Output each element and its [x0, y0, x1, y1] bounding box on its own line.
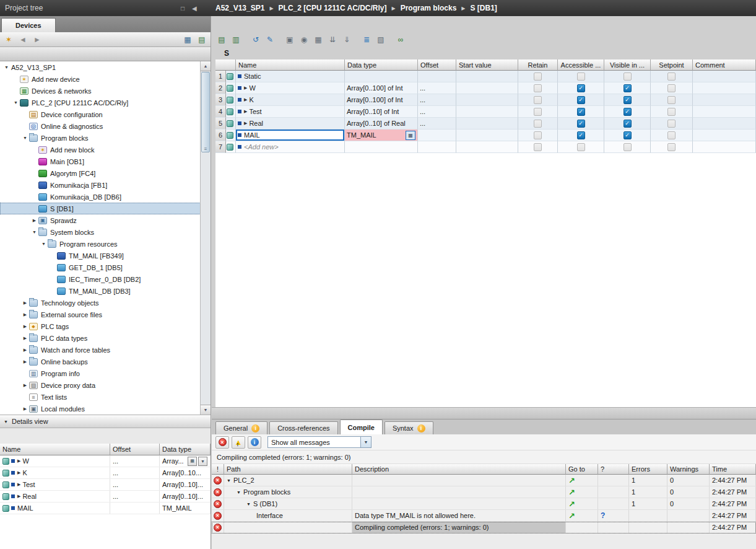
expander-closed-icon[interactable]: ▶	[244, 121, 247, 126]
tree-item-device-configuration[interactable]: Device configuration	[0, 108, 211, 120]
retain-checkbox[interactable]	[534, 131, 542, 139]
tree-item-sprawdz[interactable]: ▶Sprawdz	[0, 214, 211, 226]
expander-open-icon[interactable]: ▼	[30, 230, 38, 234]
tree-item-tm-mail-db-db3[interactable]: TM_MAIL_DB [DB3]	[0, 285, 211, 297]
accessible-checkbox[interactable]	[577, 131, 585, 139]
start-value-cell[interactable]	[456, 71, 518, 82]
goto-arrow-icon[interactable]: ↗	[568, 488, 575, 497]
expander-open-icon[interactable]: ▼	[21, 136, 29, 140]
editor-row-static[interactable]: 1Static	[215, 71, 756, 82]
column-header-start-value[interactable]: Start value	[456, 59, 518, 71]
settings-icon[interactable]: ▧	[375, 34, 387, 45]
name-cell[interactable]: ▶Real	[236, 118, 345, 130]
expander-open-icon[interactable]: ▼	[40, 242, 48, 246]
add-row-icon[interactable]: ▥	[230, 34, 242, 45]
copy-to-start-values-icon[interactable]: ⇊	[326, 34, 339, 45]
breadcrumb-item-program-blocks[interactable]: Program blocks	[401, 4, 457, 12]
column-header-warnings[interactable]: Warnings	[667, 464, 710, 475]
column-header-name[interactable]: Name	[0, 444, 110, 455]
insert-row-icon[interactable]: ▤	[215, 34, 228, 45]
column-header-blank[interactable]: ?	[598, 464, 629, 475]
editor-row-test[interactable]: 4▶TestArray[0..10] of Int...	[215, 106, 756, 118]
expander-closed-icon[interactable]: ▶	[17, 470, 20, 475]
expander-closed-icon[interactable]: ▶	[21, 324, 29, 329]
tree-item-local-modules[interactable]: ▶Local modules	[0, 403, 211, 415]
type-dropdown-button[interactable]: ▼	[198, 457, 207, 466]
column-header-retain[interactable]: Retain	[518, 59, 558, 71]
tree-item-device-proxy-data[interactable]: ▶Device proxy data	[0, 379, 211, 391]
details-view-header[interactable]: ▼ Details view	[0, 415, 211, 428]
expander-open-icon[interactable]: ▼	[227, 478, 231, 483]
tree-item-iec-timer-0-db-db2[interactable]: IEC_Timer_0_DB [DB2]	[0, 273, 211, 285]
message-row-program-blocks[interactable]: ×▼Program blocks↗102:44:27 PM	[212, 486, 756, 498]
type-picker-button[interactable]: ▦	[188, 457, 197, 466]
start-value-cell[interactable]	[456, 130, 518, 141]
visible-checkbox[interactable]	[623, 131, 632, 139]
expander-closed-icon[interactable]: ▶	[17, 494, 20, 499]
expand-all-members-icon[interactable]: ≣	[360, 34, 373, 45]
tree-item-komunikacja-db-db6[interactable]: Komunikacja_DB [DB6]	[0, 191, 211, 203]
tree-item-add-new-block[interactable]: Add new block	[0, 144, 211, 156]
load-start-values-icon[interactable]: ⇓	[341, 34, 353, 45]
accessible-checkbox[interactable]	[577, 84, 585, 92]
tree-item-get-db-1-db5[interactable]: GET_DB_1 [DB5]	[0, 261, 211, 273]
name-cell[interactable]: ▶K	[236, 94, 345, 106]
new-object-icon[interactable]: ✶	[2, 34, 15, 45]
tree-item-online-diagnostics[interactable]: Online & diagnostics	[0, 120, 211, 132]
tree-scrollbar[interactable]: ▲ ▼	[200, 61, 211, 415]
collapse-section-icon[interactable]: ▼	[4, 419, 8, 424]
editor-row-mail[interactable]: 6MAILTM_MAIL▦	[215, 130, 756, 141]
reset-start-values-icon[interactable]: ↺	[250, 34, 262, 45]
expander-closed-icon[interactable]: ▶	[21, 383, 29, 388]
filter-warnings-button[interactable]: ▲!	[232, 436, 245, 449]
visible-checkbox[interactable]	[623, 84, 632, 92]
tree-item-technology-objects[interactable]: ▶Technology objects	[0, 297, 211, 309]
column-header-go-to[interactable]: Go to	[566, 464, 598, 475]
visible-checkbox[interactable]	[623, 96, 632, 104]
accessible-checkbox[interactable]	[577, 96, 585, 104]
update-interface-icon[interactable]: ✎	[264, 34, 276, 45]
tree-item-devices-networks[interactable]: Devices & networks	[0, 85, 211, 97]
tree-item-external-source-files[interactable]: ▶External source files	[0, 309, 211, 320]
tree-item-tm-mail-fb349[interactable]: TM_MAIL [FB349]	[0, 250, 211, 261]
column-header-comment[interactable]: Comment	[693, 59, 756, 71]
filter-errors-button[interactable]: ×	[215, 436, 229, 449]
tree-item-plc-tags[interactable]: ▶PLC tags	[0, 320, 211, 332]
details-row-test[interactable]: ▶Test...Array[0..10]...	[0, 479, 211, 491]
details-row-k[interactable]: ▶K...Array[0..10...	[0, 467, 211, 479]
breadcrumb-item-s-db1[interactable]: S [DB1]	[471, 4, 497, 12]
expander-closed-icon[interactable]: ▶	[21, 348, 29, 353]
expander-closed-icon[interactable]: ▶	[21, 312, 29, 317]
tree-item-plc-2-cpu-1211c-ac-dc-rly[interactable]: ▼PLC_2 [CPU 1211C AC/DC/Rly]	[0, 97, 211, 108]
comment-cell[interactable]	[693, 94, 756, 106]
column-header-name[interactable]: Name	[236, 59, 345, 71]
visible-checkbox[interactable]	[623, 72, 632, 81]
column-header-offset[interactable]: Offset	[418, 59, 456, 71]
datatype-cell[interactable]	[345, 141, 418, 153]
details-row-w[interactable]: ▶W...Array...▦▼	[0, 455, 211, 467]
expander-closed-icon[interactable]: ▶	[21, 406, 29, 411]
column-header-data-type[interactable]: Data type	[160, 444, 211, 455]
tab-general[interactable]: Generali	[215, 421, 267, 434]
scroll-down-icon[interactable]: ▼	[201, 405, 211, 415]
column-header-path[interactable]: Path	[224, 464, 352, 475]
start-value-cell[interactable]	[456, 118, 518, 130]
datatype-cell[interactable]: Array[0..10] of Real	[345, 118, 418, 130]
tree-item-watch-and-force-tables[interactable]: ▶Watch and force tables	[0, 344, 211, 356]
tree-item-s-db1[interactable]: S [DB1]	[0, 203, 211, 214]
expander-open-icon[interactable]: ▼	[2, 65, 11, 69]
tree-item-program-blocks[interactable]: ▼Program blocks	[0, 132, 211, 144]
setpoint-checkbox[interactable]	[667, 120, 676, 128]
tree-item-plc-data-types[interactable]: ▶PLC data types	[0, 332, 211, 344]
tab-compile[interactable]: Compile	[340, 419, 383, 434]
name-cell[interactable]: <Add new>	[236, 141, 345, 153]
datatype-cell[interactable]	[345, 71, 418, 82]
start-value-cell[interactable]	[456, 141, 518, 153]
tree-item-online-backups[interactable]: ▶Online backups	[0, 356, 211, 367]
setpoint-checkbox[interactable]	[667, 108, 676, 116]
comment-cell[interactable]	[693, 82, 756, 94]
export-module-icon[interactable]: ▤	[196, 34, 208, 45]
tab-cross-references[interactable]: Cross-references	[269, 421, 337, 434]
tree-item-main-ob1[interactable]: Main [OB1]	[0, 156, 211, 167]
comment-cell[interactable]	[693, 118, 756, 130]
